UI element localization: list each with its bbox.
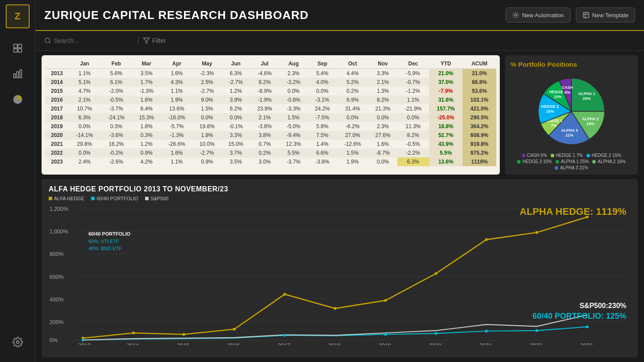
table-cell: -3.3% <box>279 104 308 113</box>
filter-button[interactable]: Filter <box>143 37 166 44</box>
table-cell: 5.4% <box>308 69 337 78</box>
svg-rect-2 <box>14 49 17 52</box>
table-cell: -3.1% <box>308 95 337 104</box>
table-cell: 6.6% <box>308 149 337 157</box>
legend-dot-hedge2 <box>586 154 590 157</box>
pie-chart-container: % Portfolio Positions ALPHA 125%ALPHA 21… <box>505 55 638 175</box>
svg-text:1,200%: 1,200% <box>50 206 68 212</box>
table-cell: 1.1% <box>161 87 193 95</box>
sp500-annotation: S&P500:230% <box>579 302 626 310</box>
table-cell: 3.0% <box>250 157 279 166</box>
col-mar: Mar <box>132 59 161 69</box>
table-cell: -2.0% <box>100 87 132 95</box>
table-cell: 3.7% <box>222 149 250 157</box>
table-cell: -3.7% <box>100 104 132 113</box>
table-cell: 0.0% <box>192 113 221 122</box>
cell-year: 2015 <box>45 87 69 95</box>
new-automation-button[interactable]: New Automation <box>506 8 571 23</box>
table-cell: 5.5% <box>429 149 463 157</box>
label-alfa-hedge: ALFA HEDGE <box>54 196 84 201</box>
svg-text:2022: 2022 <box>530 343 542 345</box>
table-cell: 1.6% <box>161 69 193 78</box>
table-cell: 4.7% <box>69 87 100 95</box>
svg-text:0%: 0% <box>50 337 58 343</box>
page-title: ZURIQUE CAPITAL RESEARCH DASHBOARD <box>44 8 309 22</box>
table-row: 20232.4%-2.6%4.2%1.1%0.9%3.5%3.0%-3.7%-3… <box>45 157 496 166</box>
svg-point-7 <box>16 341 19 343</box>
sidebar-item-home[interactable] <box>7 37 29 59</box>
svg-rect-6 <box>20 70 22 78</box>
legend-dot-hedge3 <box>517 160 521 164</box>
table-cell: 4.2% <box>132 157 161 166</box>
col-sep: Sep <box>308 59 337 69</box>
legend-alfa-hedge: ALFA HEDGE <box>49 196 84 201</box>
table-cell: -0.5% <box>397 140 429 149</box>
automation-icon <box>512 11 519 19</box>
table-cell: -3.8% <box>250 122 279 131</box>
sidebar: Z <box>0 0 35 362</box>
cell-year: 2021 <box>45 140 69 149</box>
svg-text:2017: 2017 <box>278 343 290 345</box>
table-cell: 24.2% <box>308 104 337 113</box>
table-cell: 4.3% <box>161 78 193 87</box>
svg-text:2020: 2020 <box>429 343 441 345</box>
svg-text:2014: 2014 <box>126 343 139 345</box>
dot-alpha-2019 <box>384 299 387 301</box>
table-cell: 290.5% <box>463 113 496 122</box>
table-cell: -9.4% <box>279 131 308 140</box>
new-template-button[interactable]: New Template <box>576 8 635 23</box>
dot-portfolio-2019 <box>384 333 387 335</box>
cell-year: 2018 <box>45 113 69 122</box>
table-cell: 5.2% <box>337 78 368 87</box>
svg-rect-1 <box>18 44 22 48</box>
chart-title: ALFA HEDGE PORTFOLIO 2013 TO NOVEMBER/23 <box>49 185 631 193</box>
portfolio-annotation: 60/40 PORTFOLIO: 125% <box>533 312 626 321</box>
table-cell: -1.9% <box>250 95 279 104</box>
cell-year: 2016 <box>45 95 69 104</box>
table-cell: 0.0% <box>279 87 308 95</box>
dot-60-40 <box>91 197 95 200</box>
legend-hedge3: HEDGE 3 10% <box>517 159 552 164</box>
table-cell: 0.9% <box>192 157 221 166</box>
sidebar-item-pie[interactable] <box>7 88 29 111</box>
search-input[interactable] <box>54 37 134 44</box>
table-cell: 6.3% <box>69 113 100 122</box>
table-cell: -2.6% <box>100 157 132 166</box>
dot-alpha-2015 <box>183 333 185 335</box>
template-btn-label: New Template <box>592 12 629 19</box>
table-cell: 29.8% <box>69 140 100 149</box>
table-cell: 2.1% <box>250 113 279 122</box>
col-apr: Apr <box>161 59 193 69</box>
tooltip-line1: 60%: VTI ETF <box>88 238 130 245</box>
tooltip-title: 60/40 PORTFOLIO <box>88 230 130 238</box>
header: ZURIQUE CAPITAL RESEARCH DASHBOARD New A… <box>35 0 644 31</box>
dot-alpha-2018 <box>334 307 337 310</box>
table-cell: -2.7% <box>222 78 250 87</box>
legend-dot-alpha3 <box>555 166 558 170</box>
sidebar-nav <box>7 37 29 331</box>
table-cell: 6.3% <box>397 157 429 166</box>
portfolio-tooltip: 60/40 PORTFOLIO 60%: VTI ETF 40%: BND ET… <box>88 230 130 252</box>
col-dec: Dec <box>397 59 429 69</box>
template-icon <box>583 11 590 19</box>
pie-chart: ALPHA 125%ALPHA 216%ALPHA 321%HEDGE 17%H… <box>532 72 611 151</box>
svg-text:2019: 2019 <box>379 343 391 345</box>
dot-portfolio-2017 <box>284 334 286 336</box>
table-cell: 364.2% <box>463 122 496 131</box>
col-year <box>45 59 69 69</box>
table-cell: -0.7% <box>397 78 429 87</box>
table-cell: 31.6% <box>429 95 463 104</box>
table-cell: -24.1% <box>100 113 132 122</box>
legend-hedge2: HEDGE 2 15% <box>586 153 621 158</box>
table-cell: 0.0% <box>222 113 250 122</box>
cell-year: 2023 <box>45 157 69 166</box>
sidebar-item-charts[interactable] <box>7 63 29 85</box>
table-cell: 11.3% <box>397 122 429 131</box>
table-cell: 8.2% <box>397 131 429 140</box>
dot-portfolio-2022 <box>535 329 538 332</box>
table-cell: 1.2% <box>222 87 250 95</box>
table-cell: 31.4% <box>337 104 368 113</box>
sidebar-item-settings[interactable] <box>7 331 29 353</box>
table-cell: 13.6% <box>429 157 463 166</box>
table-cell: 16.2% <box>100 140 132 149</box>
